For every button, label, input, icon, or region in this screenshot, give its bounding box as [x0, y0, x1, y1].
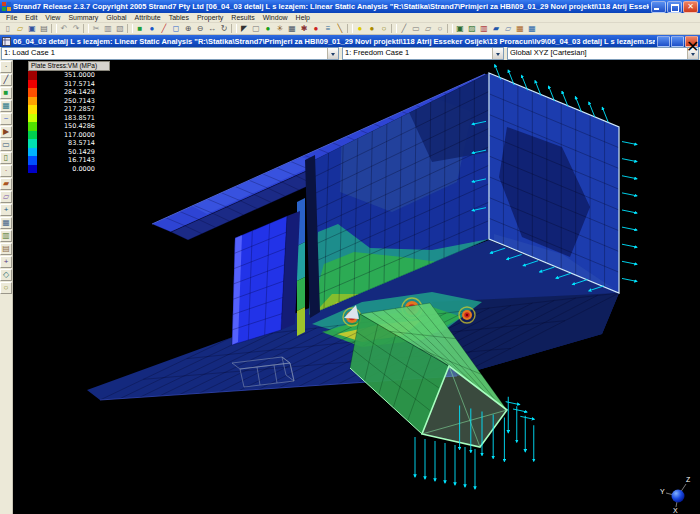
table-tool-button[interactable]: ▦	[526, 24, 538, 34]
toolbar-separator	[51, 24, 57, 33]
entity-beam-button[interactable]: ✳	[274, 24, 286, 34]
chart-tool-button[interactable]: ▥	[478, 24, 490, 34]
menu-summary[interactable]: Summary	[64, 14, 102, 21]
freedom-case-dropdown-icon[interactable]	[492, 48, 503, 59]
toggle-beam-button[interactable]: ▯	[0, 152, 12, 164]
legend-color-chip	[28, 148, 37, 157]
bulb-dim-button[interactable]: ●	[366, 24, 378, 34]
load-case-combo[interactable]: 1: Load Case 1	[1, 47, 339, 60]
view-light-button[interactable]: ○	[0, 282, 12, 294]
menu-file[interactable]: File	[2, 14, 21, 21]
animation-tool-button[interactable]: ▰	[490, 24, 502, 34]
child-restore-button[interactable]	[671, 36, 684, 47]
view-perspective-button[interactable]: ◇	[0, 269, 12, 281]
open-file-icon: ▱	[17, 25, 23, 33]
load-case-dropdown-icon[interactable]	[327, 48, 338, 59]
view-scale-button[interactable]: ▥	[0, 230, 12, 242]
pan-button[interactable]: ↔	[206, 24, 218, 34]
select-beam-icon: ╱	[4, 76, 9, 84]
contour-legend: Plate Stress:VM (MPa) 351.0000317.571428…	[28, 61, 110, 173]
menu-results[interactable]: Results	[227, 14, 258, 21]
model-render[interactable]	[13, 60, 700, 514]
draw-line-button[interactable]: ╱	[398, 24, 410, 34]
legend-row: 217.2857	[28, 105, 110, 114]
menu-property[interactable]: Property	[193, 14, 227, 21]
child-close-button[interactable]: ✕	[685, 36, 698, 47]
entity-plate-button[interactable]: ▦	[286, 24, 298, 34]
film-tool-button[interactable]: ▱	[502, 24, 514, 34]
save-file-button[interactable]: ▣	[26, 24, 38, 34]
select-vertex-button[interactable]: ▶	[0, 126, 12, 138]
draw-circle-button[interactable]: ○	[434, 24, 446, 34]
zoom-out-button[interactable]: ⊖	[194, 24, 206, 34]
select-arrow-icon: ◤	[241, 25, 247, 33]
palette-button[interactable]: ▨	[466, 24, 478, 34]
draw-tool-button[interactable]: ╱	[158, 24, 170, 34]
draw-poly-button[interactable]: ▱	[422, 24, 434, 34]
zoom-in-button[interactable]: ⊕	[182, 24, 194, 34]
legend-rows: 351.0000317.5714284.1429250.7143217.2857…	[28, 71, 110, 173]
toolbar-separator	[391, 24, 397, 33]
select-node-button[interactable]: ·	[0, 61, 12, 73]
maximize-button[interactable]	[667, 1, 682, 13]
paste-icon: ▧	[116, 25, 124, 33]
entity-node-button[interactable]: ●	[262, 24, 274, 34]
select-plate-button[interactable]: ■	[0, 87, 12, 99]
menu-attribute[interactable]: Attribute	[131, 14, 165, 21]
view-scale-icon: ▥	[2, 232, 10, 240]
zoom-box-icon: ◻	[173, 25, 180, 33]
copy-button[interactable]: ▥	[102, 24, 114, 34]
paste-button[interactable]: ▧	[114, 24, 126, 34]
zoom-box-button[interactable]: ◻	[170, 24, 182, 34]
layers-button[interactable]: ≡	[322, 24, 334, 34]
axis-triad: Z Y X	[657, 471, 699, 513]
print-button[interactable]: ▤	[38, 24, 50, 34]
toolbar-separator	[127, 24, 133, 33]
select-beam-button[interactable]: ╱	[0, 74, 12, 86]
coordinate-system-combo[interactable]: Global XYZ [Cartesian]	[507, 47, 699, 60]
palette-icon: ▨	[468, 25, 476, 33]
toggle-node-button[interactable]: ▭	[0, 139, 12, 151]
show-plates-button[interactable]: ■	[134, 24, 146, 34]
select-brick-button[interactable]: ▦	[0, 100, 12, 112]
show-globe-button[interactable]: ●	[146, 24, 158, 34]
toggle-link-button[interactable]: ▱	[0, 191, 12, 203]
freedom-case-combo[interactable]: 1: Freedom Case 1	[342, 47, 504, 60]
close-button[interactable]: ✕	[683, 1, 698, 13]
draw-rect-button[interactable]: ▭	[410, 24, 422, 34]
redo-button[interactable]: ↷	[70, 24, 82, 34]
select-link-button[interactable]: ~	[0, 113, 12, 125]
axis-x-label: X	[673, 507, 678, 513]
select-region-button[interactable]: ▢	[250, 24, 262, 34]
view-axes-button[interactable]: +	[0, 256, 12, 268]
bulb-on-button[interactable]: ●	[354, 24, 366, 34]
pencil-edit-button[interactable]: ╲	[334, 24, 346, 34]
legend-row: 0.0000	[28, 165, 110, 174]
toggle-brick-button[interactable]: ▰	[0, 178, 12, 190]
bulb-off-button[interactable]: ○	[378, 24, 390, 34]
menu-window[interactable]: Window	[259, 14, 292, 21]
view-snap-button[interactable]: ▤	[0, 243, 12, 255]
view-align-button[interactable]: +	[0, 204, 12, 216]
cut-button[interactable]: ✂	[90, 24, 102, 34]
select-arrow-button[interactable]: ◤	[238, 24, 250, 34]
image-tool-button[interactable]: ▣	[454, 24, 466, 34]
menu-edit[interactable]: Edit	[21, 14, 41, 21]
viewport[interactable]: Plate Stress:VM (MPa) 351.0000317.571428…	[13, 60, 700, 514]
toggle-plate-button[interactable]: ·	[0, 165, 12, 177]
menu-help[interactable]: Help	[292, 14, 314, 21]
menu-view[interactable]: View	[41, 14, 64, 21]
open-file-button[interactable]: ▱	[14, 24, 26, 34]
legend-row: 250.7143	[28, 97, 110, 106]
entity-brick-button[interactable]: ✱	[298, 24, 310, 34]
results-grid-button[interactable]: ▦	[514, 24, 526, 34]
view-grid-button[interactable]: ▦	[0, 217, 12, 229]
rotate-view-button[interactable]: ↻	[218, 24, 230, 34]
child-minimize-button[interactable]	[657, 36, 670, 47]
undo-button[interactable]: ↶	[58, 24, 70, 34]
menu-tables[interactable]: Tables	[165, 14, 193, 21]
minimize-button[interactable]	[651, 1, 666, 13]
new-file-button[interactable]: ▯	[2, 24, 14, 34]
menu-global[interactable]: Global	[102, 14, 130, 21]
attr-marker-button[interactable]: ●	[310, 24, 322, 34]
